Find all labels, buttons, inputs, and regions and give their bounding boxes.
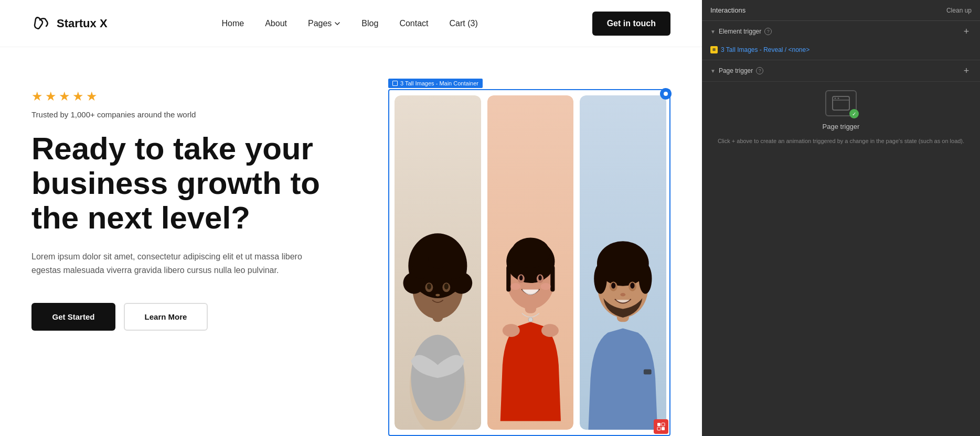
page-trigger-section-header-container: ▼ Page trigger ? + — [702, 60, 980, 82]
expand-svg-icon — [657, 422, 665, 431]
card3-bg — [580, 95, 666, 430]
person-2-figure — [487, 95, 574, 430]
page-trigger-header[interactable]: ▼ Page trigger ? + — [702, 60, 980, 81]
page-trigger-title: ▼ Page trigger ? — [710, 67, 763, 74]
page-trigger-description: Click + above to create an animation tri… — [718, 137, 964, 146]
photo-card-2 — [487, 95, 574, 430]
element-trigger-arrow: ▼ — [710, 29, 716, 35]
person-3-figure — [580, 95, 666, 430]
hero-buttons: Get Started Learn More — [31, 303, 367, 331]
nav-about[interactable]: About — [265, 19, 287, 28]
svg-rect-30 — [644, 369, 652, 375]
nav-cart[interactable]: Cart (3) — [450, 19, 478, 28]
svg-point-16 — [502, 324, 519, 337]
element-trigger-title: ▼ Element trigger ? — [710, 28, 772, 35]
logo-text: Startux X — [57, 17, 108, 30]
svg-rect-41 — [657, 423, 661, 426]
scroll-view-icon: ⊞ — [710, 46, 718, 53]
star-rating: ★ ★ ★ ★ ★ — [31, 89, 367, 104]
main-content-area: Startux X Home About Pages Blog Contact … — [0, 0, 702, 436]
element-trigger-help-icon[interactable]: ? — [764, 28, 772, 35]
trust-text: Trusted by 1,000+ companies around the w… — [31, 110, 367, 119]
card2-bg — [487, 95, 574, 430]
svg-point-12 — [427, 284, 431, 290]
svg-point-34 — [594, 264, 608, 294]
svg-point-22 — [511, 238, 550, 268]
corner-indicator-inner — [664, 92, 668, 96]
panel-title: Interactions — [710, 6, 745, 14]
nav-pages[interactable]: Pages — [308, 19, 340, 28]
star-5: ★ — [86, 89, 98, 104]
svg-point-27 — [510, 283, 520, 290]
card1-bg — [395, 95, 481, 430]
page-trigger-add-button[interactable]: + — [961, 66, 972, 76]
svg-rect-44 — [657, 427, 661, 430]
panel-header: Interactions Clean up — [702, 0, 980, 21]
svg-point-48 — [838, 97, 839, 99]
scroll-into-view-content: ⊞ 3 Tall Images - Reveal / <none> — [702, 42, 980, 60]
page-trigger-icon-container: ✓ — [825, 90, 857, 116]
svg-point-25 — [519, 275, 523, 280]
page-trigger-arrow: ▼ — [710, 68, 716, 74]
page-trigger-label: Page trigger — [719, 67, 753, 74]
svg-point-39 — [631, 282, 635, 289]
navbar: Startux X Home About Pages Blog Contact … — [0, 0, 702, 47]
svg-point-9 — [428, 250, 447, 269]
corner-indicator — [660, 88, 672, 100]
svg-point-1 — [411, 335, 464, 421]
svg-point-8 — [446, 261, 464, 279]
pages-chevron-icon — [334, 20, 340, 27]
hero-section: ★ ★ ★ ★ ★ Trusted by 1,000+ companies ar… — [0, 47, 702, 436]
page-trigger-check-icon: ✓ — [849, 109, 859, 118]
svg-point-35 — [639, 264, 652, 294]
learn-more-button[interactable]: Learn More — [124, 303, 208, 331]
expand-icon[interactable] — [654, 419, 668, 434]
svg-point-47 — [835, 97, 836, 99]
page-trigger-browser-icon — [832, 95, 850, 111]
page-trigger-help-icon[interactable]: ? — [756, 67, 763, 74]
interactions-panel: Interactions Clean up ▼ Element trigger … — [702, 0, 980, 436]
clean-up-button[interactable]: Clean up — [946, 7, 972, 14]
svg-point-13 — [444, 284, 449, 290]
svg-point-14 — [435, 294, 440, 297]
element-trigger-section: ▼ Element trigger ? + ⊞ 3 Tall Images - … — [702, 21, 980, 60]
page-trigger-section-title: Page trigger — [823, 123, 860, 130]
photo-card-1 — [395, 95, 481, 430]
image-container-box — [388, 89, 670, 436]
nav-blog[interactable]: Blog — [361, 19, 378, 28]
element-trigger-label: Element trigger — [719, 28, 761, 35]
person-1-figure — [395, 95, 481, 430]
svg-rect-21 — [550, 266, 555, 291]
svg-point-26 — [538, 275, 542, 280]
get-in-touch-button[interactable]: Get in touch — [592, 12, 670, 36]
page-trigger-content: ✓ Page trigger Click + above to create a… — [702, 82, 980, 154]
svg-point-28 — [540, 283, 551, 290]
svg-rect-43 — [662, 423, 665, 426]
svg-rect-20 — [506, 266, 510, 291]
svg-point-17 — [541, 324, 559, 337]
svg-point-7 — [412, 261, 429, 279]
element-trigger-header[interactable]: ▼ Element trigger ? + — [702, 21, 980, 42]
svg-point-29 — [528, 318, 532, 322]
svg-point-38 — [611, 282, 615, 289]
scroll-into-view-item[interactable]: ⊞ 3 Tall Images - Reveal / <none> — [710, 46, 972, 53]
star-2: ★ — [45, 89, 57, 104]
nav-home[interactable]: Home — [221, 19, 244, 28]
logo[interactable]: Startux X — [31, 14, 108, 34]
hero-right: 3 Tall Images - Main Container — [388, 79, 670, 436]
star-4: ★ — [72, 89, 84, 104]
element-trigger-add-button[interactable]: + — [961, 26, 972, 37]
photo-card-3 — [580, 95, 666, 430]
container-label-text: 3 Tall Images - Main Container — [400, 80, 478, 86]
container-label[interactable]: 3 Tall Images - Main Container — [388, 79, 483, 88]
container-label-icon — [392, 81, 398, 86]
hero-left: ★ ★ ★ ★ ★ Trusted by 1,000+ companies ar… — [31, 79, 367, 436]
get-started-button[interactable]: Get Started — [31, 303, 115, 331]
nav-links: Home About Pages Blog Contact Cart (3) — [221, 19, 477, 28]
logo-icon — [31, 14, 51, 34]
star-3: ★ — [59, 89, 70, 104]
hero-subtext: Lorem ipsum dolor sit amet, consectetur … — [31, 250, 325, 277]
svg-rect-42 — [662, 427, 665, 430]
svg-point-40 — [621, 293, 626, 297]
nav-contact[interactable]: Contact — [399, 19, 428, 28]
